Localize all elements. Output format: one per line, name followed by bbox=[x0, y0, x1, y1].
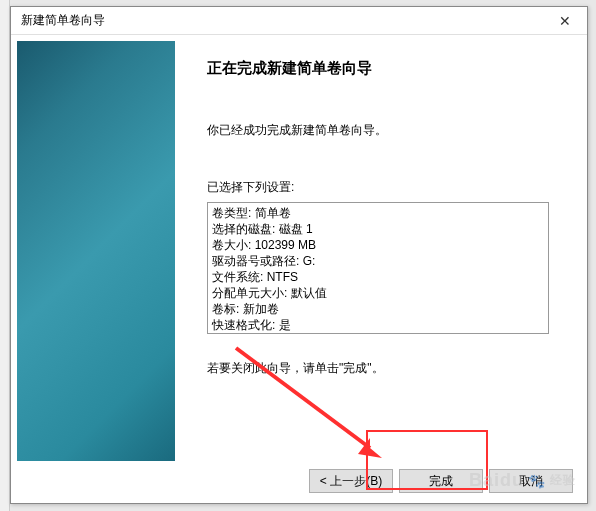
back-button[interactable]: < 上一步(B) bbox=[309, 469, 393, 493]
page-heading: 正在完成新建简单卷向导 bbox=[207, 59, 565, 78]
close-hint-text: 若要关闭此向导，请单击"完成"。 bbox=[207, 360, 565, 377]
setting-label: 卷标: 新加卷 bbox=[212, 302, 279, 316]
cancel-button[interactable]: 取消 bbox=[489, 469, 573, 493]
background-edge bbox=[0, 0, 10, 511]
finish-button[interactable]: 完成 bbox=[399, 469, 483, 493]
dialog-body: 正在完成新建简单卷向导 你已经成功完成新建简单卷向导。 已选择下列设置: 卷类型… bbox=[11, 35, 587, 455]
setting-allocation: 分配单元大小: 默认值 bbox=[212, 286, 327, 300]
wizard-dialog: 新建简单卷向导 ✕ 正在完成新建简单卷向导 你已经成功完成新建简单卷向导。 已选… bbox=[10, 6, 588, 504]
close-button[interactable]: ✕ bbox=[543, 7, 587, 35]
wizard-sidebar-image bbox=[17, 41, 175, 461]
titlebar: 新建简单卷向导 ✕ bbox=[11, 7, 587, 35]
setting-quickformat: 快速格式化: 是 bbox=[212, 318, 291, 332]
setting-drive-letter: 驱动器号或路径: G: bbox=[212, 254, 315, 268]
intro-text: 你已经成功完成新建简单卷向导。 bbox=[207, 122, 565, 139]
setting-volume-type: 卷类型: 简单卷 bbox=[212, 206, 291, 220]
wizard-content: 正在完成新建简单卷向导 你已经成功完成新建简单卷向导。 已选择下列设置: 卷类型… bbox=[175, 35, 587, 455]
close-icon: ✕ bbox=[559, 13, 571, 29]
window-title: 新建简单卷向导 bbox=[21, 12, 105, 29]
button-row: < 上一步(B) 完成 取消 bbox=[309, 469, 573, 493]
settings-listbox[interactable]: 卷类型: 简单卷 选择的磁盘: 磁盘 1 卷大小: 102399 MB 驱动器号… bbox=[207, 202, 549, 334]
setting-size: 卷大小: 102399 MB bbox=[212, 238, 316, 252]
setting-filesystem: 文件系统: NTFS bbox=[212, 270, 298, 284]
setting-disk: 选择的磁盘: 磁盘 1 bbox=[212, 222, 313, 236]
settings-label: 已选择下列设置: bbox=[207, 179, 565, 196]
